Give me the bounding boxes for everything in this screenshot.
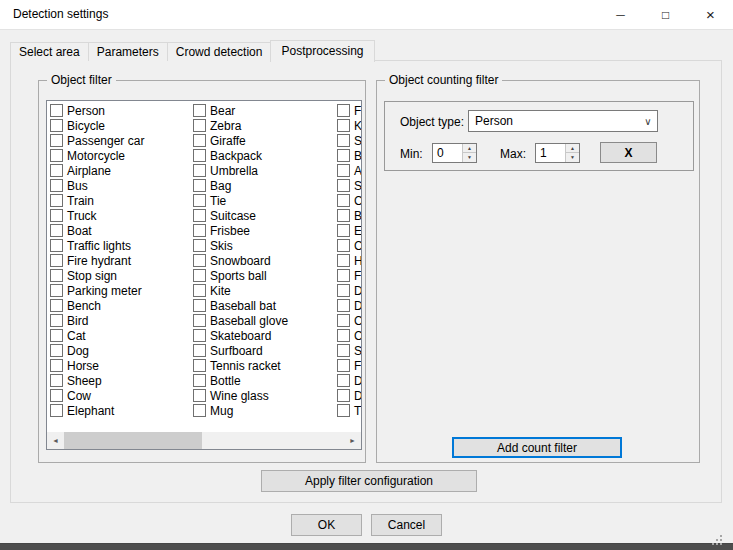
checkbox-unchecked-icon[interactable] — [337, 104, 350, 117]
object-filter-item[interactable]: Mug — [193, 403, 335, 418]
checkbox-unchecked-icon[interactable] — [337, 374, 350, 387]
checkbox-unchecked-icon[interactable] — [193, 104, 206, 117]
object-filter-item[interactable]: Boat — [50, 223, 192, 238]
object-filter-item[interactable]: T — [337, 403, 362, 418]
checkbox-unchecked-icon[interactable] — [50, 149, 63, 162]
checkbox-unchecked-icon[interactable] — [50, 314, 63, 327]
max-spin-down-button[interactable]: ▼ — [566, 153, 579, 162]
tab-crowd-detection[interactable]: Crowd detection — [167, 42, 272, 61]
ok-button[interactable]: OK — [291, 514, 362, 536]
object-filter-item[interactable]: D — [337, 283, 362, 298]
checkbox-unchecked-icon[interactable] — [193, 299, 206, 312]
checkbox-unchecked-icon[interactable] — [50, 164, 63, 177]
object-filter-item[interactable]: C — [337, 193, 362, 208]
object-filter-item[interactable]: Airplane — [50, 163, 192, 178]
checkbox-unchecked-icon[interactable] — [193, 224, 206, 237]
object-filter-item[interactable]: S — [337, 133, 362, 148]
checkbox-unchecked-icon[interactable] — [337, 239, 350, 252]
checkbox-unchecked-icon[interactable] — [337, 164, 350, 177]
minimize-button[interactable]: ─ — [598, 0, 643, 29]
object-filter-item[interactable]: Fire hydrant — [50, 253, 192, 268]
checkbox-unchecked-icon[interactable] — [50, 254, 63, 267]
object-filter-item[interactable]: Horse — [50, 358, 192, 373]
object-filter-item[interactable]: Tennis racket — [193, 358, 335, 373]
checkbox-unchecked-icon[interactable] — [50, 404, 63, 417]
object-filter-item[interactable]: Bus — [50, 178, 192, 193]
max-spinner[interactable]: 1 ▲ ▼ — [535, 143, 580, 163]
object-filter-item[interactable]: Truck — [50, 208, 192, 223]
scroll-left-button[interactable]: ◄ — [47, 432, 64, 449]
checkbox-unchecked-icon[interactable] — [337, 119, 350, 132]
checkbox-unchecked-icon[interactable] — [337, 329, 350, 342]
object-filter-item[interactable]: Cow — [50, 388, 192, 403]
object-filter-item[interactable]: Traffic lights — [50, 238, 192, 253]
apply-filter-configuration-button[interactable]: Apply filter configuration — [261, 470, 477, 492]
checkbox-unchecked-icon[interactable] — [193, 239, 206, 252]
checkbox-unchecked-icon[interactable] — [50, 389, 63, 402]
object-filter-item[interactable]: B — [337, 148, 362, 163]
object-filter-item[interactable]: F — [337, 358, 362, 373]
min-spin-down-button[interactable]: ▼ — [463, 153, 476, 162]
scroll-right-button[interactable]: ► — [344, 432, 361, 449]
checkbox-unchecked-icon[interactable] — [193, 254, 206, 267]
object-filter-item[interactable]: Passenger car — [50, 133, 192, 148]
checkbox-unchecked-icon[interactable] — [337, 194, 350, 207]
object-type-combobox[interactable]: Person ∨ — [468, 110, 658, 132]
object-filter-item[interactable]: S — [337, 343, 362, 358]
checkbox-unchecked-icon[interactable] — [193, 164, 206, 177]
checkbox-unchecked-icon[interactable] — [193, 269, 206, 282]
checkbox-unchecked-icon[interactable] — [337, 359, 350, 372]
checkbox-unchecked-icon[interactable] — [337, 389, 350, 402]
object-filter-item[interactable]: A — [337, 163, 362, 178]
object-filter-item[interactable]: Skis — [193, 238, 335, 253]
checkbox-unchecked-icon[interactable] — [50, 269, 63, 282]
resize-grip-icon[interactable] — [712, 535, 723, 546]
object-filter-item[interactable]: D — [337, 373, 362, 388]
remove-count-filter-button[interactable]: X — [600, 142, 657, 163]
checkbox-unchecked-icon[interactable] — [50, 179, 63, 192]
maximize-button[interactable]: □ — [643, 0, 688, 29]
object-filter-item[interactable]: Suitcase — [193, 208, 335, 223]
checkbox-unchecked-icon[interactable] — [50, 134, 63, 147]
object-filter-item[interactable]: Tie — [193, 193, 335, 208]
min-value[interactable]: 0 — [437, 144, 444, 162]
object-filter-item[interactable]: Skateboard — [193, 328, 335, 343]
checkbox-unchecked-icon[interactable] — [50, 104, 63, 117]
checkbox-unchecked-icon[interactable] — [193, 194, 206, 207]
object-filter-item[interactable]: Umbrella — [193, 163, 335, 178]
object-filter-item[interactable]: Bag — [193, 178, 335, 193]
checkbox-unchecked-icon[interactable] — [193, 134, 206, 147]
object-filter-item[interactable]: Frisbee — [193, 223, 335, 238]
object-filter-item[interactable]: B — [337, 208, 362, 223]
object-filter-item[interactable]: Backpack — [193, 148, 335, 163]
close-button[interactable]: × — [688, 0, 733, 29]
cancel-button[interactable]: Cancel — [371, 514, 442, 536]
min-spin-up-button[interactable]: ▲ — [463, 144, 476, 153]
max-value[interactable]: 1 — [540, 144, 547, 162]
checkbox-unchecked-icon[interactable] — [337, 314, 350, 327]
checkbox-unchecked-icon[interactable] — [193, 209, 206, 222]
checkbox-unchecked-icon[interactable] — [50, 119, 63, 132]
checkbox-unchecked-icon[interactable] — [50, 194, 63, 207]
object-filter-item[interactable]: Baseball bat — [193, 298, 335, 313]
object-filter-item[interactable]: F — [337, 103, 362, 118]
object-filter-item[interactable]: Bear — [193, 103, 335, 118]
object-filter-item[interactable]: S — [337, 178, 362, 193]
object-filter-item[interactable]: Bird — [50, 313, 192, 328]
checkbox-unchecked-icon[interactable] — [50, 329, 63, 342]
checkbox-unchecked-icon[interactable] — [50, 359, 63, 372]
object-filter-item[interactable]: Surfboard — [193, 343, 335, 358]
checkbox-unchecked-icon[interactable] — [50, 374, 63, 387]
object-filter-item[interactable]: H — [337, 253, 362, 268]
checkbox-unchecked-icon[interactable] — [50, 284, 63, 297]
object-filter-item[interactable]: Kite — [193, 283, 335, 298]
tab-postprocessing[interactable]: Postprocessing — [270, 40, 374, 62]
object-filter-item[interactable]: Cat — [50, 328, 192, 343]
checkbox-unchecked-icon[interactable] — [193, 359, 206, 372]
checkbox-unchecked-icon[interactable] — [337, 344, 350, 357]
object-filter-item[interactable]: D — [337, 298, 362, 313]
horizontal-scrollbar[interactable]: ◄ ► — [47, 432, 361, 449]
checkbox-unchecked-icon[interactable] — [337, 179, 350, 192]
object-filter-item[interactable]: D — [337, 388, 362, 403]
object-filter-item[interactable]: Stop sign — [50, 268, 192, 283]
